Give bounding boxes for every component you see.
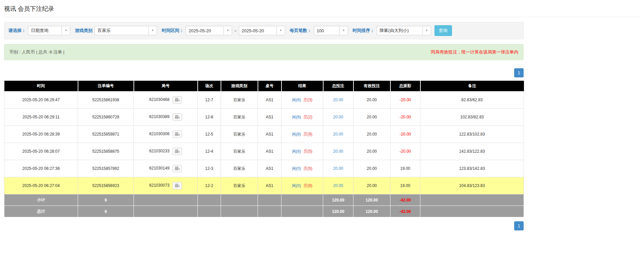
game-type-cell: 百家乐 [221,109,258,126]
table-row: 2025-05-20 06:27:04 522515856923 6210300… [4,177,524,194]
game-type-combobox: ▼ [94,26,157,35]
game-type-cell: 百家乐 [221,177,258,194]
round-id-cell: 621030233 [134,143,198,160]
subtotal-count: 6 [78,194,134,206]
total-bet-cell: 20.00 [323,177,353,194]
total-bet-link[interactable]: 20.00 [333,183,343,188]
pagination-top: 1 [4,68,524,77]
table-row: 2025-05-20 06:27:36 522515857892 6210301… [4,160,524,177]
date-from-input[interactable] [186,26,223,35]
video-replay-button[interactable] [173,96,182,104]
time-cell: 2025-05-20 06:27:04 [4,177,78,194]
total-bet-link[interactable]: 20.00 [333,149,343,154]
video-camera-icon [175,115,180,119]
player-result: 闲(8) [292,149,301,154]
payout-cell: 19.00 [390,160,420,177]
result-cell: 闲(6) 庄(3) [281,91,323,109]
game-type-cell: 百家乐 [221,91,258,109]
table-number-cell: AS1 [258,177,281,194]
valid-bet-cell: 20.00 [353,91,390,109]
valid-bet-cell: 20.00 [353,143,390,160]
banker-result: 庄(2) [303,115,312,119]
table-row: 2025-05-20 06:28:39 522515859871 6210303… [4,126,524,143]
sort-order-dropdown-button[interactable]: ▼ [422,26,431,35]
banker-result: 庄(5) [303,166,312,171]
column-header: 局号 [134,81,198,91]
video-replay-button[interactable] [173,131,182,138]
video-camera-icon [175,149,180,153]
payout-cell: 19.00 [390,177,420,194]
column-header: 有效投注 [353,81,390,91]
page-button[interactable]: 1 [514,68,524,77]
total-payout: -42.00 [390,206,420,217]
page-size-input[interactable] [314,26,339,35]
total-row: 总计 6 120.00 120.00 -42.00 [4,206,524,217]
round-id-text: 621030149 [149,166,169,171]
round-id-text: 621030073 [149,183,169,188]
result-cell: 闲(8) 庄(5) [281,143,323,160]
subtotal-total-bet: 120.00 [323,194,353,206]
chevron-down-icon: ▼ [226,29,229,32]
date-from-dropdown-button[interactable]: ▼ [223,26,232,35]
total-bet-cell: 20.00 [323,160,353,177]
table-row: 2025-05-20 06:28:07 522515858875 6210302… [4,143,524,160]
note-text: 同局有效投注，统一计算在该局第一张注单内 [431,49,518,55]
sort-order-combobox: ▼ [377,26,431,35]
video-camera-icon [175,98,180,102]
total-bet-cell: 20.00 [323,126,353,143]
table-number-cell: AS1 [258,143,281,160]
video-replay-button[interactable] [173,165,182,172]
total-bet-link[interactable]: 20.00 [333,132,343,137]
total-bet-link[interactable]: 20.00 [333,166,343,171]
video-replay-button[interactable] [173,113,182,121]
subtotal-payout: -42.00 [390,194,420,206]
search-button[interactable]: 查询 [434,25,452,36]
query-type-input[interactable] [28,26,62,35]
player-result: 闲(0) [292,183,301,188]
session-cell: 12-2 [198,177,221,194]
game-type-cell: 百家乐 [221,126,258,143]
video-replay-button[interactable] [173,148,182,155]
video-camera-icon [175,166,180,171]
round-id-cell: 621030468 [134,91,198,109]
remark-cell: 142.83/122.83 [420,143,524,160]
page-button[interactable]: 1 [514,221,524,230]
pagination-bottom: 1 [4,221,524,230]
subtotal-valid-bet: 120.00 [353,194,390,206]
remark-cell: 102.83/82.83 [420,109,524,126]
total-bet-link[interactable]: 20.00 [333,98,343,102]
round-id-text: 621030389 [149,114,169,119]
player-result: 闲(8) [292,132,301,137]
bet-id-cell: 522515859871 [78,126,134,143]
column-header: 总投注 [323,81,353,91]
banker-result: 庄(9) [303,132,312,137]
player-result: 闲(6) [292,98,301,102]
date-to-combobox: ▼ [239,26,285,35]
banker-result: 庄(3) [303,98,312,102]
time-cell: 2025-05-20 06:28:39 [4,126,78,143]
game-type-dropdown-button[interactable]: ▼ [148,26,157,35]
player-result: 闲(0) [292,166,301,171]
total-bet-link[interactable]: 20.00 [333,115,343,119]
bet-id-cell: 522515861938 [78,91,134,109]
table-row: 2025-05-20 06:29:11 522515860729 6210303… [4,109,524,126]
sort-order-input[interactable] [377,26,422,35]
date-to-dropdown-button[interactable]: ▼ [276,26,285,35]
total-bet-cell: 20.00 [323,109,353,126]
date-to-input[interactable] [239,26,276,35]
subtotal-row: 小计 6 120.00 120.00 -42.00 [4,194,524,206]
chevron-down-icon: ▼ [342,29,345,32]
game-type-input[interactable] [94,26,148,35]
page-size-dropdown-button[interactable]: ▼ [339,26,348,35]
total-valid-bet: 120.00 [353,206,390,217]
remark-cell: 104.83/123.83 [420,177,524,194]
query-type-dropdown-button[interactable]: ▼ [62,26,70,35]
time-cell: 2025-05-20 06:28:07 [4,143,78,160]
chevron-down-icon: ▼ [425,29,428,32]
subtotal-label: 小计 [4,194,78,206]
total-count: 6 [78,206,134,217]
video-replay-button[interactable] [173,182,182,189]
session-cell: 12-4 [198,143,221,160]
session-cell: 12-6 [198,109,221,126]
round-id-text: 621030306 [149,132,169,136]
